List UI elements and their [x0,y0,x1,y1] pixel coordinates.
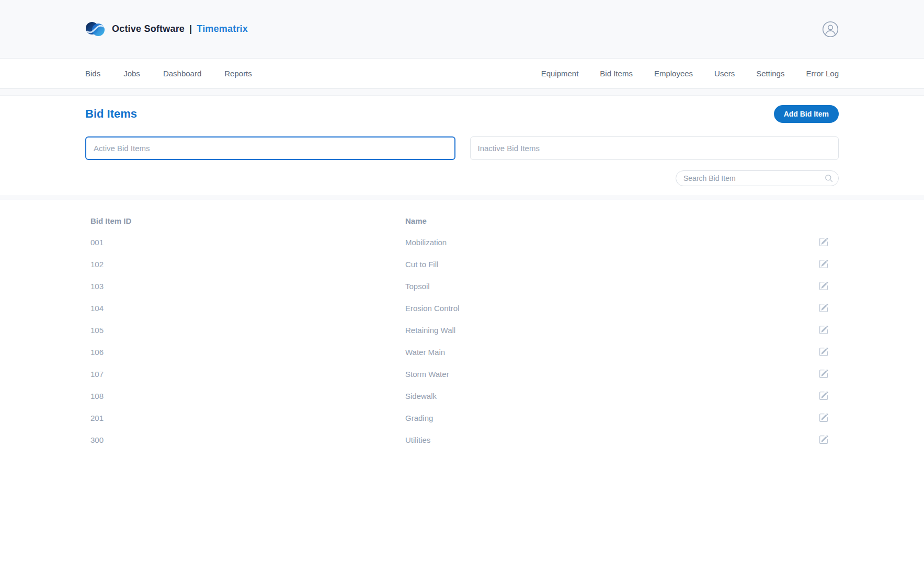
bid-item-id-cell: 001 [90,238,405,247]
column-header-name: Name [405,216,819,225]
bid-item-id-cell: 105 [90,326,405,335]
add-bid-item-button[interactable]: Add Bid Item [774,105,839,123]
main-nav: BidsJobsDashboardReports EquipmentBid It… [0,59,924,89]
bid-item-id-cell: 106 [90,348,405,357]
app-root: Octive Software | Timematrix BidsJobsDas… [0,0,924,573]
table-row: 103 Topsoil [85,275,839,297]
nav-item[interactable]: Dashboard [163,69,201,78]
octive-logo-icon [85,20,105,38]
user-avatar-button[interactable] [822,21,839,38]
pencil-square-icon [819,416,828,424]
pencil-square-icon [819,438,828,446]
bid-item-id-cell: 104 [90,304,405,313]
bid-item-name-cell: Erosion Control [405,304,819,313]
table-row: 108 Sidewalk [85,385,839,407]
bid-item-id-cell: 103 [90,282,405,291]
search-bid-item-input[interactable] [676,170,839,186]
nav-item[interactable]: Equipment [541,69,579,78]
nav-item[interactable]: Employees [654,69,693,78]
title-row: Bid Items Add Bid Item [85,105,839,123]
nav-item[interactable]: Settings [756,69,784,78]
edit-bid-item-button[interactable] [819,391,828,400]
edit-bid-item-button[interactable] [819,237,828,247]
search-row [85,170,839,186]
table-header-row: Bid Item ID Name [85,210,839,231]
nav-item[interactable]: Reports [224,69,252,78]
search-box [676,170,839,186]
table-body: 001 Mobilization 102 Cut to Fill [85,231,839,451]
section-divider [0,89,924,96]
pencil-square-icon [819,284,828,292]
brand-separator: | [189,24,192,35]
pencil-square-icon [819,394,828,402]
bid-item-name-cell: Mobilization [405,238,819,247]
bid-item-name-cell: Grading [405,414,819,422]
nav-left: BidsJobsDashboardReports [85,69,252,78]
tab-active-bid-items[interactable]: Active Bid Items [85,136,455,160]
table-row: 201 Grading [85,407,839,429]
bid-item-id-cell: 107 [90,370,405,379]
bid-items-header-section: Bid Items Add Bid Item Active Bid Items … [0,96,924,195]
edit-bid-item-button[interactable] [819,303,828,313]
bid-item-id-cell: 108 [90,392,405,400]
bid-item-name-cell: Storm Water [405,370,819,379]
nav-item[interactable]: Bid Items [600,69,633,78]
bid-item-id-cell: 102 [90,260,405,269]
column-header-bid-item-id: Bid Item ID [90,216,405,225]
nav-item[interactable]: Bids [85,69,100,78]
pencil-square-icon [819,262,828,270]
edit-bid-item-button[interactable] [819,369,828,379]
pencil-square-icon [819,240,828,248]
edit-bid-item-button[interactable] [819,281,828,291]
pencil-square-icon [819,306,828,314]
edit-bid-item-button[interactable] [819,325,828,335]
pencil-square-icon [819,372,828,380]
magnifier-icon [825,174,833,182]
bid-item-name-cell: Cut to Fill [405,260,819,269]
bid-items-table: Bid Item ID Name 001 Mobilization [0,200,924,573]
bid-item-name-cell: Utilities [405,436,819,444]
brand-text: Octive Software | Timematrix [112,24,248,35]
table-row: 104 Erosion Control [85,297,839,319]
edit-bid-item-button[interactable] [819,435,828,444]
bid-item-id-cell: 300 [90,436,405,444]
bid-item-name-cell: Retaining Wall [405,326,819,335]
table-row: 001 Mobilization [85,231,839,253]
edit-bid-item-button[interactable] [819,259,828,269]
table-row: 106 Water Main [85,341,839,363]
edit-bid-item-button[interactable] [819,347,828,357]
brand: Octive Software | Timematrix [85,20,248,38]
pencil-square-icon [819,350,828,358]
bid-item-tabs: Active Bid Items Inactive Bid Items [85,136,839,160]
section-divider [0,195,924,200]
page-title: Bid Items [85,107,137,121]
nav-item[interactable]: Users [714,69,735,78]
bid-item-name-cell: Topsoil [405,282,819,291]
table-row: 300 Utilities [85,429,839,451]
tab-inactive-bid-items[interactable]: Inactive Bid Items [470,136,839,160]
bid-item-name-cell: Sidewalk [405,392,819,400]
brand-product: Timematrix [197,24,248,35]
pencil-square-icon [819,328,828,336]
table-row: 102 Cut to Fill [85,253,839,275]
brand-company: Octive Software [112,24,185,35]
edit-bid-item-button[interactable] [819,413,828,422]
nav-right: EquipmentBid ItemsEmployeesUsersSettings… [541,69,839,78]
table-row: 105 Retaining Wall [85,319,839,341]
person-circle-icon [822,31,839,39]
table-row: 107 Storm Water [85,363,839,385]
bid-item-name-cell: Water Main [405,348,819,357]
bid-item-id-cell: 201 [90,414,405,422]
nav-item[interactable]: Jobs [123,69,140,78]
nav-item[interactable]: Error Log [806,69,839,78]
top-header: Octive Software | Timematrix [0,0,924,59]
